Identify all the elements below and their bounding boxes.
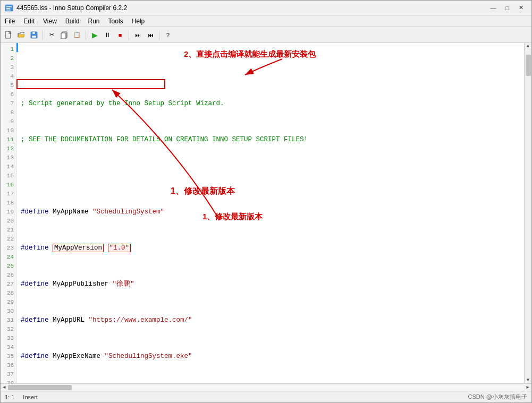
pause-button[interactable]: ⏸ <box>102 29 113 41</box>
menu-bar: File Edit View Build Run Tools Help <box>1 15 531 27</box>
menu-view[interactable]: View <box>39 15 61 27</box>
code-line-3 <box>21 172 520 181</box>
svg-rect-1 <box>6 6 12 7</box>
svg-rect-2 <box>6 8 10 9</box>
status-left: 1: 1 Insert <box>5 394 38 400</box>
menu-help[interactable]: Help <box>128 15 149 27</box>
app-icon <box>5 4 13 12</box>
code-line-5: #define MyAppVersion "1.0" <box>21 244 520 253</box>
title-bar: 445565.iss - Inno Setup Compiler 6.2.2 —… <box>1 1 531 15</box>
maximize-button[interactable]: □ <box>501 3 513 13</box>
status-credit: CSDN @小灰灰搞电子 <box>468 393 527 401</box>
stop-button[interactable]: ■ <box>114 29 126 41</box>
svg-rect-6 <box>32 32 35 34</box>
annotation-arrow-svg <box>16 43 389 255</box>
horizontal-scrollbar[interactable]: ◄ ► <box>1 383 531 391</box>
code-line-1: ; Script generated by the Inno Setup Scr… <box>21 99 520 108</box>
stepback-button[interactable]: ⏮ <box>145 29 156 41</box>
vertical-scrollbar[interactable]: ▲ ▼ <box>524 43 531 383</box>
editor-container: 1 2 3 4 5 6 7 8 9 10 11 12 13 14 15 16 1… <box>1 43 531 383</box>
new-button[interactable] <box>3 29 14 41</box>
line-numbers: 1 2 3 4 5 6 7 8 9 10 11 12 13 14 15 16 1… <box>1 43 16 383</box>
toolbar-separator-4 <box>159 30 159 40</box>
annotation-step1: 1、修改最新版本 <box>171 186 235 195</box>
menu-file[interactable]: File <box>1 15 19 27</box>
copy-button[interactable] <box>58 29 70 41</box>
title-bar-left: 445565.iss - Inno Setup Compiler 6.2.2 <box>5 4 127 12</box>
scrollbar-thumb-v[interactable] <box>526 55 531 76</box>
scrollbar-thumb-h[interactable] <box>8 385 72 390</box>
open-button[interactable] <box>15 29 27 41</box>
menu-tools[interactable]: Tools <box>104 15 128 27</box>
cut-button[interactable]: ✂ <box>46 29 57 41</box>
code-line-2: ; SEE THE DOCUMENTATION FOR DETAILS ON C… <box>21 135 520 144</box>
menu-run[interactable]: Run <box>84 15 104 27</box>
toolbar-separator-1 <box>43 30 43 40</box>
step-button[interactable]: ⏭ <box>132 29 143 41</box>
save-button[interactable] <box>28 29 40 41</box>
menu-build[interactable]: Build <box>61 15 84 27</box>
title-controls: — □ ✕ <box>487 3 527 13</box>
run-button[interactable]: ▶ <box>89 29 100 41</box>
menu-edit[interactable]: Edit <box>19 15 39 27</box>
code-line-8: #define MyAppExeName "SchedulingSystem.e… <box>21 352 520 361</box>
cursor-position: 1: 1 <box>5 394 14 400</box>
close-button[interactable]: ✕ <box>514 3 527 13</box>
svg-rect-3 <box>6 10 11 11</box>
toolbar-separator-2 <box>86 30 86 40</box>
title-text: 445565.iss - Inno Setup Compiler 6.2.2 <box>16 4 127 12</box>
code-line-7: #define MyAppURL "https://www.example.co… <box>21 316 520 325</box>
code-editor[interactable]: ; Script generated by the Inno Setup Scr… <box>16 43 524 383</box>
editor-mode: Insert <box>23 394 38 400</box>
svg-rect-9 <box>61 33 66 39</box>
status-bar: 1: 1 Insert CSDN @小灰灰搞电子 <box>1 391 531 402</box>
main-window: 445565.iss - Inno Setup Compiler 6.2.2 —… <box>0 0 532 403</box>
annotation-text-step2: 2、直接点击编译就能生成最新安装包 <box>184 49 316 58</box>
toolbar: ✂ 📋 ▶ ⏸ ■ ⏭ ⏮ ? <box>1 27 531 43</box>
paste-button[interactable]: 📋 <box>71 29 83 41</box>
svg-rect-7 <box>32 36 36 38</box>
minimize-button[interactable]: — <box>487 3 500 13</box>
code-line-6: #define MyAppPublisher "徐鹏" <box>21 280 520 289</box>
help-button[interactable]: ? <box>162 29 174 41</box>
version-highlight-box <box>16 79 165 89</box>
code-line-4: #define MyAppName "SchedulingSystem" <box>21 208 520 217</box>
toolbar-separator-3 <box>129 30 129 40</box>
